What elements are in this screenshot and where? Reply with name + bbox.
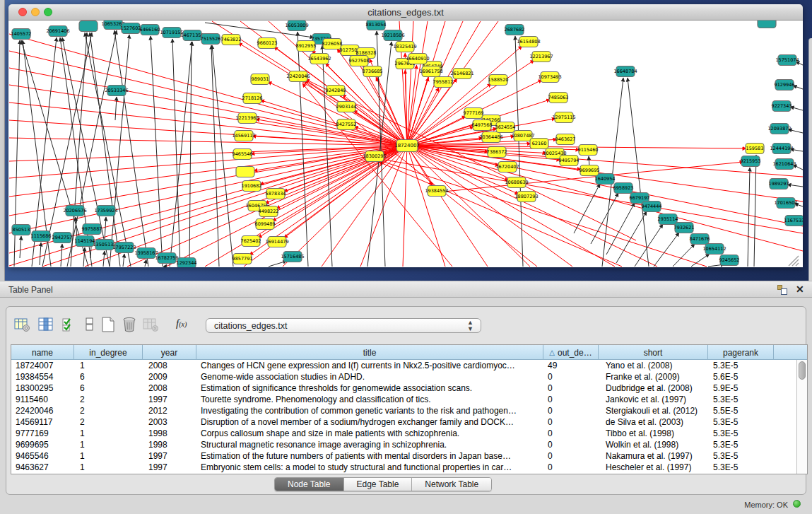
graph-node-teal[interactable]: 20206576	[63, 206, 86, 216]
graph-node-yellow[interactable]: 16961758	[419, 66, 442, 77]
tab-node-table[interactable]: Node Table	[275, 478, 344, 491]
graph-node-yellow[interactable]: 16914479	[265, 237, 288, 247]
black-citation-edge[interactable]	[654, 233, 679, 267]
graph-node-teal[interactable]: 7515526	[201, 34, 221, 45]
graph-node-teal[interactable]: 9215953	[741, 156, 761, 167]
graph-node-yellow[interactable]: 14569117	[232, 131, 255, 141]
black-citation-edge[interactable]	[269, 261, 287, 267]
delete-table-icon[interactable]	[121, 316, 138, 333]
graph-node-teal[interactable]: 16648784	[613, 66, 637, 77]
graph-node-yellow[interactable]: 18325419	[393, 42, 416, 52]
graph-node-yellow[interactable]: 8912955	[296, 41, 317, 52]
table-row[interactable]: 946362711997Embryonic stem cells: a mode…	[11, 462, 807, 473]
graph-node-teal[interactable]: 1989297	[769, 179, 789, 189]
graph-node-teal[interactable]: 7932621	[674, 223, 695, 233]
black-citation-edge[interactable]	[589, 156, 589, 165]
column-header-pagerank[interactable]: pagerank	[708, 345, 774, 360]
black-citation-edge[interactable]	[103, 251, 105, 267]
graph-node-teal[interactable]: 16210643	[772, 159, 796, 170]
graph-node-yellow[interactable]: 4498222	[259, 206, 279, 217]
graph-node-yellow[interactable]: 1910682	[242, 181, 262, 192]
graph-node-yellow[interactable]: 9463627	[555, 134, 576, 145]
network-window-titlebar[interactable]: citations_edges.txt	[8, 4, 803, 21]
graph-node-teal[interactable]	[758, 21, 776, 28]
graph-node-yellow[interactable]: 3624554	[495, 122, 516, 133]
red-citation-edge[interactable]	[407, 65, 417, 146]
graph-node-yellow[interactable]: 19384554	[425, 186, 448, 197]
graph-node-yellow[interactable]: 9115460	[578, 145, 599, 156]
resize-grip-icon[interactable]	[796, 263, 799, 266]
table-row[interactable]: 911546021997Tourette syndrome. Phenomeno…	[11, 394, 807, 405]
graph-node-teal[interactable]: 16053809	[285, 21, 308, 31]
graph-node-yellow[interactable]: 7955812	[433, 77, 454, 88]
table-row[interactable]: 946554611997Estimation of the future num…	[11, 450, 807, 462]
graph-node-yellow[interactable]: 12213967	[529, 52, 553, 62]
black-citation-edge[interactable]	[606, 203, 635, 255]
tab-network-table[interactable]: Network Table	[412, 478, 491, 491]
graph-node-teal[interactable]: 17957223	[112, 243, 136, 253]
table-selector-dropdown[interactable]: citations_edges.txt ▲▼	[206, 318, 481, 333]
black-citation-edge[interactable]	[123, 254, 124, 267]
table-row[interactable]: 1872400712008Changes of HCN gene express…	[11, 360, 807, 371]
table-row[interactable]: 1830029562008Estimation of significance …	[11, 382, 807, 394]
scrollbar-thumb[interactable]	[799, 361, 806, 380]
graph-node-yellow[interactable]: 9495794	[559, 156, 579, 166]
graph-node-yellow[interactable]: 16154808	[517, 37, 540, 47]
black-citation-edge[interactable]	[40, 243, 41, 265]
column-header-title[interactable]: title	[196, 345, 543, 360]
red-citation-edge[interactable]	[407, 78, 457, 146]
graph-node-teal[interactable]: 9474444	[642, 201, 662, 212]
graph-node-teal[interactable]: 9975887	[82, 224, 102, 235]
graph-node-teal[interactable]: 2935114	[658, 214, 678, 225]
graph-node-yellow[interactable]: 7625402	[241, 236, 261, 247]
graph-node-yellow[interactable]: 1588520	[488, 75, 509, 86]
black-citation-edge[interactable]	[754, 155, 756, 267]
black-citation-edge[interactable]	[110, 35, 129, 267]
graph-node-yellow[interactable]: 9242848	[326, 86, 346, 96]
graph-node-yellow[interactable]: 9465546	[233, 149, 253, 160]
graph-node-teal[interactable]: 6958923	[613, 183, 634, 194]
graph-node-teal[interactable]: 1145194	[75, 236, 95, 247]
black-citation-edge[interactable]	[673, 244, 695, 267]
graph-node-yellow[interactable]: 16543962	[307, 54, 331, 64]
graph-node-yellow[interactable]: 989031	[251, 74, 269, 85]
function-builder-icon[interactable]: f(x)	[176, 317, 193, 334]
graph-node-teal[interactable]: 1527602	[121, 23, 141, 34]
graph-node-teal[interactable]: 2687682	[505, 25, 525, 35]
black-citation-edge[interactable]	[790, 107, 803, 110]
black-citation-edge[interactable]	[151, 36, 163, 267]
red-edge[interactable]	[407, 146, 657, 267]
graph-node-yellow[interactable]: 9699695	[579, 165, 600, 176]
graph-node-yellow[interactable]: 5878334	[266, 189, 286, 199]
tab-edge-table[interactable]: Edge Table	[344, 478, 413, 491]
graph-node-teal[interactable]: 6466160	[140, 25, 160, 35]
graph-node-yellow[interactable]: 7485063	[548, 93, 569, 103]
graph-node-yellow[interactable]: 9777169	[464, 108, 484, 119]
show-column-icon[interactable]	[37, 316, 54, 333]
table-row[interactable]: 1938455462009Genome-wide association stu…	[11, 371, 807, 382]
graph-node-yellow[interactable]: 6099489	[255, 219, 276, 230]
graph-node-yellow[interactable]: 10688639	[505, 177, 528, 188]
black-citation-edge[interactable]	[787, 185, 803, 187]
network-canvas[interactable]: 1405572206914061065326715276026466160107…	[8, 21, 803, 267]
graph-node-yellow[interactable]: 26146821	[450, 69, 473, 79]
black-citation-edge[interactable]	[322, 45, 332, 267]
red-edge[interactable]	[166, 146, 407, 267]
close-panel-icon[interactable]: ✕	[796, 284, 804, 295]
graph-node-yellow[interactable]: 159583	[746, 144, 764, 154]
graph-node-teal[interactable]: 8813054	[366, 21, 387, 30]
graph-node-teal[interactable]: 20533346	[105, 86, 128, 96]
graph-node-yellow[interactable]	[236, 167, 254, 177]
row-height-icon[interactable]	[81, 316, 98, 333]
graph-node-yellow[interactable]: 7463822	[221, 35, 242, 45]
column-header-out_de[interactable]: △out_de…	[543, 345, 599, 360]
graph-node-yellow[interactable]: 16640910	[406, 54, 429, 64]
red-citation-edge[interactable]	[260, 100, 407, 146]
black-citation-edge[interactable]	[20, 236, 21, 258]
red-citation-edge[interactable]	[276, 146, 407, 209]
graph-node-teal[interactable]: 1115686	[31, 231, 52, 242]
black-citation-edge[interactable]	[145, 259, 146, 267]
select-rows-icon[interactable]	[61, 316, 78, 333]
red-edge[interactable]	[283, 146, 407, 267]
graph-node-yellow[interactable]: 12975115	[552, 112, 575, 123]
